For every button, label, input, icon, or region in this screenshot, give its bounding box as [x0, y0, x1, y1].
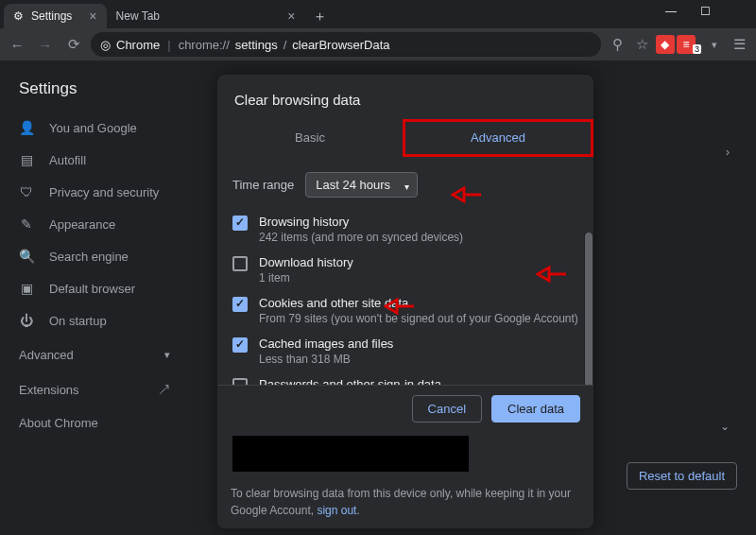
dialog-footer: Cancel Clear data To clear browsing data…	[217, 385, 593, 528]
sidebar-item-search[interactable]: 🔍Search engine	[0, 240, 189, 272]
time-range-row: Time range Last 24 hours ▾	[231, 166, 580, 209]
tab-newtab[interactable]: New Tab ×	[107, 4, 305, 28]
checkbox-cookies[interactable]	[232, 297, 248, 312]
chevron-down-icon: ⌄	[720, 420, 730, 433]
option-download-history[interactable]: Download history1 item	[231, 250, 580, 290]
search-icon: 🔍	[19, 249, 34, 264]
external-link-icon: 🡕	[158, 383, 170, 397]
time-range-value: Last 24 hours	[316, 178, 390, 192]
bookmarks-menu-icon[interactable]: ☰	[728, 33, 750, 56]
url-box[interactable]: ◎ Chrome | chrome://settings/clearBrowse…	[91, 32, 601, 57]
option-sub: 242 items (and more on synced devices)	[259, 231, 578, 244]
footer-end: .	[356, 504, 359, 517]
tab-label: Settings	[31, 9, 72, 23]
chevron-down-icon: ▾	[164, 349, 170, 361]
annotation-arrow-icon	[451, 185, 483, 204]
tabs-area: ⚙ Settings × New Tab × ＋	[0, 0, 654, 28]
bookmark-icon[interactable]: ☆	[631, 33, 654, 56]
dialog-body: Time range Last 24 hours ▾ Browsing hist…	[217, 157, 593, 414]
option-sub: From 79 sites (you won't be signed out o…	[259, 312, 578, 325]
sidebar-item-label: Appearance	[49, 217, 115, 232]
sidebar-item-label: Search engine	[49, 250, 129, 264]
option-cache[interactable]: Cached images and filesLess than 318 MB	[231, 331, 580, 371]
clear-data-button[interactable]: Clear data	[491, 395, 580, 423]
maximize-button[interactable]: ☐	[688, 0, 722, 23]
checkbox-download-history[interactable]	[232, 256, 248, 271]
annotation-arrow-icon	[536, 265, 568, 284]
annotation-arrow-icon	[384, 297, 416, 316]
footer-text: To clear browsing data from this device …	[231, 487, 571, 517]
tab-label: New Tab	[116, 9, 160, 23]
dialog-tab-basic[interactable]: Basic	[217, 119, 403, 157]
url-path1: settings	[235, 38, 278, 52]
option-label: Cached images and files	[259, 337, 578, 351]
chrome-icon: ◎	[100, 38, 111, 52]
dialog-buttons: Cancel Clear data	[231, 395, 580, 423]
forward-button[interactable]: →	[34, 33, 57, 56]
close-window-button[interactable]	[722, 0, 756, 23]
time-range-select[interactable]: Last 24 hours ▾	[305, 172, 418, 198]
option-sub: Less than 318 MB	[259, 353, 578, 366]
sidebar-item-label: You and Google	[49, 121, 137, 135]
url-separator: |	[167, 38, 170, 52]
option-label: Cookies and other site data	[259, 296, 578, 310]
cancel-button[interactable]: Cancel	[412, 395, 482, 423]
extension-icon-1[interactable]: ◆	[656, 35, 675, 54]
search-icon[interactable]: ⚲	[607, 33, 629, 56]
new-tab-button[interactable]: ＋	[305, 4, 335, 28]
sidebar-item-label: On startup	[49, 314, 107, 328]
person-icon: 👤	[19, 120, 34, 135]
reload-button[interactable]: ⟳	[62, 33, 85, 56]
sidebar-about[interactable]: About Chrome	[0, 406, 189, 440]
main-area: Settings 👤You and Google ▤Autofill 🛡Priv…	[0, 60, 756, 535]
sidebar-extensions-label: Extensions	[19, 383, 79, 397]
brush-icon: ✎	[19, 216, 34, 232]
sidebar-item-startup[interactable]: ⏻On startup	[0, 304, 189, 337]
redacted-block	[232, 436, 469, 472]
scrollbar-thumb[interactable]	[585, 233, 593, 393]
option-browsing-history[interactable]: Browsing history242 items (and more on s…	[231, 209, 580, 250]
page-title: Settings	[19, 79, 77, 98]
checkbox-cache[interactable]	[232, 337, 248, 353]
extension-badge: 3	[693, 44, 701, 54]
tab-settings[interactable]: ⚙ Settings ×	[4, 4, 107, 28]
dialog-tab-advanced[interactable]: Advanced	[403, 119, 593, 157]
address-bar: ← → ⟳ ◎ Chrome | chrome://settings/clear…	[0, 28, 756, 60]
url-prefix: Chrome	[116, 38, 160, 52]
extension-icon-3[interactable]: ▾	[703, 33, 726, 56]
chrome-icon: ▣	[19, 281, 34, 296]
option-label: Download history	[259, 255, 578, 269]
right-icons: ⚲ ☆ ◆ ≡ 3 ▾ ☰	[607, 33, 750, 56]
sidebar-extensions[interactable]: Extensions🡕	[0, 373, 189, 406]
caret-down-icon: ▾	[404, 181, 409, 192]
autofill-icon: ▤	[19, 152, 34, 167]
sidebar-item-label: Autofill	[49, 153, 86, 167]
sidebar-item-privacy[interactable]: 🛡Privacy and security	[0, 176, 189, 208]
sidebar: 👤You and Google ▤Autofill 🛡Privacy and s…	[0, 112, 189, 440]
checkbox-browsing-history[interactable]	[232, 216, 248, 231]
url-scheme: chrome://	[179, 38, 230, 52]
window-controls: ― ☐	[654, 0, 756, 23]
sign-out-link[interactable]: sign out	[317, 504, 356, 517]
chevron-right-icon: ›	[726, 146, 730, 159]
back-button[interactable]: ←	[6, 33, 28, 56]
sidebar-item-autofill[interactable]: ▤Autofill	[0, 144, 189, 176]
option-label: Browsing history	[259, 215, 578, 229]
sidebar-item-you[interactable]: 👤You and Google	[0, 112, 189, 144]
minimize-button[interactable]: ―	[654, 0, 688, 23]
time-range-label: Time range	[232, 178, 294, 192]
option-sub: 1 item	[259, 271, 578, 285]
reset-to-default-button[interactable]: Reset to default	[627, 462, 737, 490]
dialog-title: Clear browsing data	[217, 75, 593, 119]
url-path2: clearBrowserData	[292, 38, 389, 52]
gear-icon: ⚙	[13, 9, 24, 23]
close-icon[interactable]: ×	[287, 9, 295, 24]
footer-note: To clear browsing data from this device …	[231, 485, 580, 519]
shield-icon: 🛡	[19, 184, 34, 199]
close-icon[interactable]: ×	[89, 9, 96, 24]
sidebar-advanced-label: Advanced	[19, 348, 74, 362]
sidebar-item-appearance[interactable]: ✎Appearance	[0, 208, 189, 240]
sidebar-item-default[interactable]: ▣Default browser	[0, 272, 189, 304]
sidebar-advanced[interactable]: Advanced▾	[0, 337, 189, 373]
power-icon: ⏻	[19, 313, 34, 328]
